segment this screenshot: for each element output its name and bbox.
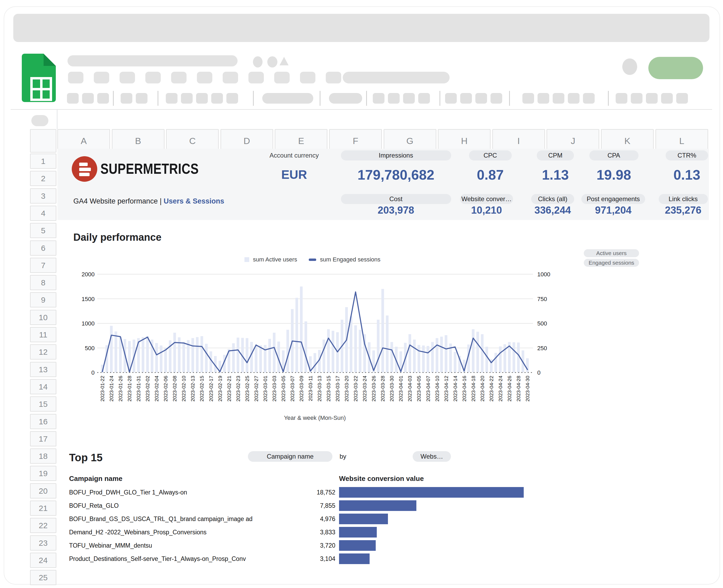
kpi-chip-post-engagements[interactable]: Post engagements <box>581 194 645 204</box>
menu-item-placeholder[interactable] <box>171 72 187 83</box>
drive-icon[interactable] <box>279 57 289 65</box>
toolbar-button-placeholder[interactable] <box>166 93 177 104</box>
row-header-9[interactable]: 9 <box>30 292 56 308</box>
kpi-value: 235,276 <box>622 205 723 216</box>
x-axis-label: 2023-04-16 <box>462 376 467 401</box>
toolbar-button-placeholder[interactable] <box>136 93 147 104</box>
active-users-bar <box>196 337 198 373</box>
menu-item-placeholder[interactable] <box>274 72 290 83</box>
row-header-3[interactable]: 3 <box>30 188 56 204</box>
toolbar-button-placeholder[interactable] <box>97 93 109 104</box>
kpi-chip-cpm[interactable]: CPM <box>537 150 574 161</box>
toolbar-button-placeholder[interactable] <box>227 93 238 104</box>
menu-item-placeholder[interactable] <box>300 72 315 83</box>
row-header-25[interactable]: 25 <box>30 570 56 585</box>
toolbar-button-placeholder[interactable] <box>568 93 579 104</box>
menu-item-placeholder[interactable] <box>94 72 109 83</box>
row-header-11[interactable]: 11 <box>30 327 56 342</box>
toolbar-button-placeholder[interactable] <box>67 93 79 104</box>
x-axis-label: 2023-03-01 <box>262 376 268 401</box>
x-axis-label: 2023-02-08 <box>172 376 177 401</box>
toolbar-button-placeholder[interactable] <box>523 93 534 104</box>
avatar[interactable] <box>622 59 637 75</box>
row-header-1[interactable]: 1 <box>30 153 56 169</box>
row-header-18[interactable]: 18 <box>30 448 56 464</box>
conversion-value-cell: 18,752 <box>276 486 335 499</box>
corner-cell[interactable] <box>30 129 56 152</box>
toolbar-button-placeholder[interactable] <box>631 93 642 104</box>
kpi-chip-ctr-[interactable]: CTR% <box>666 150 708 161</box>
kpi-value: 0.13 <box>626 167 723 183</box>
x-axis-label: 2023-03-03 <box>272 376 277 401</box>
row-header-17[interactable]: 17 <box>30 431 56 446</box>
toolbar-button-placeholder[interactable] <box>445 93 457 104</box>
daily-performance-chart: 0500100015002000025050075010002023-01-22… <box>57 245 708 430</box>
toolbar-button-placeholder[interactable] <box>553 93 565 104</box>
kpi-chip-cost[interactable]: Cost <box>341 194 451 204</box>
menu-bar-wide-placeholder[interactable] <box>343 72 450 83</box>
toolbar-button-placeholder[interactable] <box>537 93 549 104</box>
folder-icon[interactable] <box>267 56 277 67</box>
toolbar-button-placeholder[interactable] <box>583 93 595 104</box>
menu-item-placeholder[interactable] <box>197 72 212 83</box>
toolbar-wide-button-placeholder[interactable] <box>329 93 362 104</box>
report-subtitle-link[interactable]: Users & Sessions <box>164 197 224 205</box>
dimension-selector-chip[interactable]: Campaign name <box>248 451 333 462</box>
star-icon[interactable] <box>253 56 262 67</box>
active-users-bar <box>386 315 388 373</box>
account-currency-label: Account currency <box>268 150 321 161</box>
menu-item-placeholder[interactable] <box>145 72 161 83</box>
toolbar-button-placeholder[interactable] <box>616 93 628 104</box>
toolbar-wide-button-placeholder[interactable] <box>262 93 313 104</box>
toolbar-button-placeholder[interactable] <box>661 93 673 104</box>
row-header-4[interactable]: 4 <box>30 206 56 221</box>
menu-item-placeholder[interactable] <box>120 72 135 83</box>
toolbar-separator <box>253 91 254 106</box>
row-header-12[interactable]: 12 <box>30 344 56 359</box>
row-header-2[interactable]: 2 <box>30 171 56 186</box>
kpi-chip-clicks-all-[interactable]: Clicks (all) <box>531 194 574 204</box>
menu-item-placeholder[interactable] <box>223 72 238 83</box>
menu-item-placeholder[interactable] <box>68 72 83 83</box>
toolbar-button-placeholder[interactable] <box>82 93 94 104</box>
kpi-chip-impressions[interactable]: Impressions <box>341 150 451 161</box>
row-header-19[interactable]: 19 <box>30 466 56 481</box>
left-axis-tick: 0 <box>91 369 94 376</box>
row-header-13[interactable]: 13 <box>30 362 56 377</box>
row-header-5[interactable]: 5 <box>30 223 56 238</box>
row-header-6[interactable]: 6 <box>30 240 56 256</box>
row-header-8[interactable]: 8 <box>30 275 56 290</box>
toolbar-button-placeholder[interactable] <box>418 93 430 104</box>
name-box[interactable] <box>31 115 48 126</box>
metric-selector-chip[interactable]: Webs… <box>413 451 451 462</box>
x-axis-label: 2023-02-13 <box>190 376 195 401</box>
toolbar-button-placeholder[interactable] <box>646 93 658 104</box>
document-title-placeholder[interactable] <box>67 55 237 66</box>
row-header-16[interactable]: 16 <box>30 414 56 429</box>
share-button[interactable] <box>648 57 703 79</box>
menu-item-placeholder[interactable] <box>249 72 264 83</box>
toolbar-button-placeholder[interactable] <box>121 93 132 104</box>
google-sheets-icon <box>22 54 56 102</box>
toolbar-button-placeholder[interactable] <box>403 93 415 104</box>
toolbar-button-placeholder[interactable] <box>388 93 400 104</box>
row-header-10[interactable]: 10 <box>30 310 56 325</box>
toolbar-button-placeholder[interactable] <box>373 93 384 104</box>
kpi-chip-link-clicks[interactable]: Link clicks <box>659 194 708 204</box>
toolbar-button-placeholder[interactable] <box>181 93 193 104</box>
kpi-chip-website-conver-[interactable]: Website conver… <box>460 194 513 204</box>
row-header-15[interactable]: 15 <box>30 396 56 412</box>
toolbar-button-placeholder[interactable] <box>460 93 472 104</box>
toolbar-button-placeholder[interactable] <box>490 93 502 104</box>
kpi-chip-cpa[interactable]: CPA <box>589 150 638 161</box>
row-header-7[interactable]: 7 <box>30 258 56 273</box>
toolbar-button-placeholder[interactable] <box>196 93 208 104</box>
toolbar-button-placeholder[interactable] <box>475 93 487 104</box>
table-row: BOFU_Prod_DWH_GLO_Tier 1_Always-on18,752 <box>0 486 723 499</box>
toolbar-button-placeholder[interactable] <box>211 93 223 104</box>
toolbar-button-placeholder[interactable] <box>676 93 688 104</box>
grid-edge-line <box>57 110 57 129</box>
row-header-14[interactable]: 14 <box>30 379 56 394</box>
kpi-chip-cpc[interactable]: CPC <box>469 150 512 161</box>
menu-item-placeholder[interactable] <box>326 72 341 83</box>
